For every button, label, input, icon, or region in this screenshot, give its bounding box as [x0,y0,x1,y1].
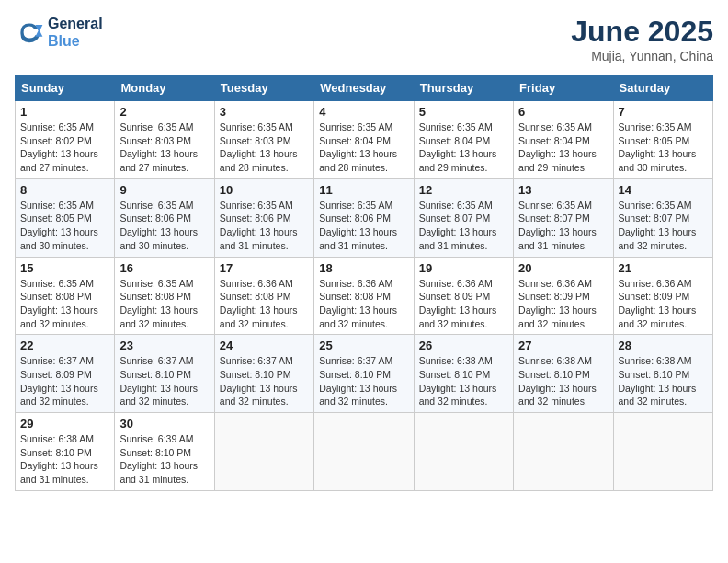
table-row: 19Sunrise: 6:36 AMSunset: 8:09 PMDayligh… [414,257,513,335]
table-row: 25Sunrise: 6:37 AMSunset: 8:10 PMDayligh… [314,335,414,413]
table-row [613,413,712,491]
table-row: 18Sunrise: 6:36 AMSunset: 8:08 PMDayligh… [314,257,414,335]
col-header-monday: Monday [115,75,214,101]
col-header-wednesday: Wednesday [314,75,414,101]
table-row: 3Sunrise: 6:35 AMSunset: 8:03 PMDaylight… [214,101,313,179]
table-row: 10Sunrise: 6:35 AMSunset: 8:06 PMDayligh… [214,178,313,257]
month-title: June 2025 [571,15,713,49]
table-row: 24Sunrise: 6:37 AMSunset: 8:10 PMDayligh… [214,335,313,413]
table-row: 23Sunrise: 6:37 AMSunset: 8:10 PMDayligh… [115,335,214,413]
col-header-thursday: Thursday [414,75,513,101]
table-row: 2Sunrise: 6:35 AMSunset: 8:03 PMDaylight… [115,101,214,179]
table-row: 11Sunrise: 6:35 AMSunset: 8:06 PMDayligh… [314,178,414,257]
table-row [514,413,613,491]
calendar-week-4: 22Sunrise: 6:37 AMSunset: 8:09 PMDayligh… [16,335,713,413]
table-row: 29Sunrise: 6:38 AMSunset: 8:10 PMDayligh… [16,413,115,491]
table-row: 27Sunrise: 6:38 AMSunset: 8:10 PMDayligh… [514,335,613,413]
col-header-tuesday: Tuesday [214,75,313,101]
table-row [214,413,313,491]
calendar-week-5: 29Sunrise: 6:38 AMSunset: 8:10 PMDayligh… [16,413,713,491]
calendar-week-2: 8Sunrise: 6:35 AMSunset: 8:05 PMDaylight… [16,178,713,257]
table-row: 1Sunrise: 6:35 AMSunset: 8:02 PMDaylight… [16,101,115,179]
table-row: 21Sunrise: 6:36 AMSunset: 8:09 PMDayligh… [613,257,712,335]
col-header-friday: Friday [514,75,613,101]
logo: General Blue [15,15,103,50]
calendar-table: SundayMondayTuesdayWednesdayThursdayFrid… [15,75,713,491]
logo-text: General Blue [48,15,103,50]
table-row: 12Sunrise: 6:35 AMSunset: 8:07 PMDayligh… [414,178,513,257]
table-row: 26Sunrise: 6:38 AMSunset: 8:10 PMDayligh… [414,335,513,413]
page-header: General Blue June 2025 Mujia, Yunnan, Ch… [15,15,713,63]
table-row: 17Sunrise: 6:36 AMSunset: 8:08 PMDayligh… [214,257,313,335]
col-header-sunday: Sunday [16,75,115,101]
table-row: 5Sunrise: 6:35 AMSunset: 8:04 PMDaylight… [414,101,513,179]
table-row: 16Sunrise: 6:35 AMSunset: 8:08 PMDayligh… [115,257,214,335]
calendar-week-1: 1Sunrise: 6:35 AMSunset: 8:02 PMDaylight… [16,101,713,179]
location: Mujia, Yunnan, China [571,49,713,63]
logo-icon [15,17,44,47]
table-row: 8Sunrise: 6:35 AMSunset: 8:05 PMDaylight… [16,178,115,257]
table-row [314,413,414,491]
table-row: 6Sunrise: 6:35 AMSunset: 8:04 PMDaylight… [514,101,613,179]
table-row: 28Sunrise: 6:38 AMSunset: 8:10 PMDayligh… [613,335,712,413]
table-row [414,413,513,491]
calendar-header-row: SundayMondayTuesdayWednesdayThursdayFrid… [16,75,713,101]
table-row: 20Sunrise: 6:36 AMSunset: 8:09 PMDayligh… [514,257,613,335]
table-row: 30Sunrise: 6:39 AMSunset: 8:10 PMDayligh… [115,413,214,491]
title-block: June 2025 Mujia, Yunnan, China [571,15,713,63]
table-row: 14Sunrise: 6:35 AMSunset: 8:07 PMDayligh… [613,178,712,257]
table-row: 22Sunrise: 6:37 AMSunset: 8:09 PMDayligh… [16,335,115,413]
calendar-week-3: 15Sunrise: 6:35 AMSunset: 8:08 PMDayligh… [16,257,713,335]
table-row: 13Sunrise: 6:35 AMSunset: 8:07 PMDayligh… [514,178,613,257]
table-row: 4Sunrise: 6:35 AMSunset: 8:04 PMDaylight… [314,101,414,179]
col-header-saturday: Saturday [613,75,712,101]
table-row: 7Sunrise: 6:35 AMSunset: 8:05 PMDaylight… [613,101,712,179]
table-row: 9Sunrise: 6:35 AMSunset: 8:06 PMDaylight… [115,178,214,257]
table-row: 15Sunrise: 6:35 AMSunset: 8:08 PMDayligh… [16,257,115,335]
